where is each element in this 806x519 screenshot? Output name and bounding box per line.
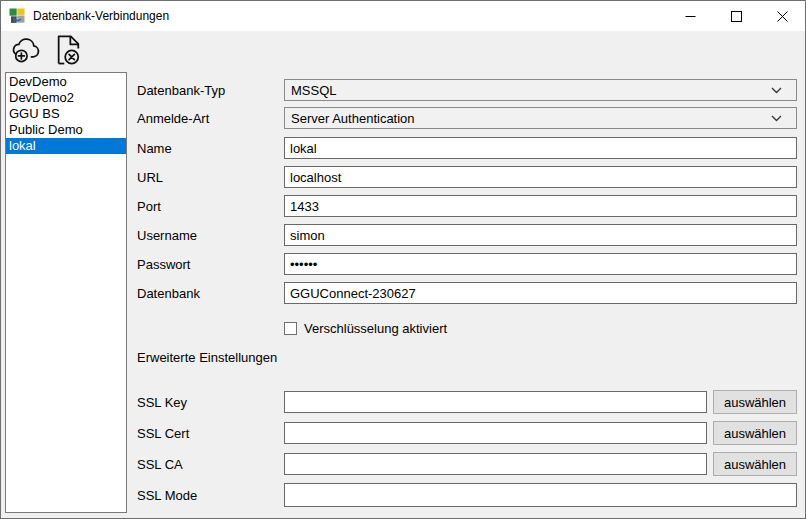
encryption-checkbox[interactable] xyxy=(284,322,297,335)
window-title: Datenbank-Verbindungen xyxy=(33,9,169,23)
encryption-checkbox-label: Verschlüsselung aktiviert xyxy=(304,321,447,336)
datenbank-typ-label: Datenbank-Typ xyxy=(137,83,284,98)
ssl-mode-input[interactable] xyxy=(284,483,797,507)
name-input[interactable] xyxy=(284,137,797,159)
passwort-label: Passwort xyxy=(137,257,284,272)
window-controls xyxy=(667,1,805,31)
list-item-devdemo[interactable]: DevDemo xyxy=(6,74,126,90)
field-row-ssl-key: SSL Key auswählen xyxy=(137,390,797,414)
maximize-button[interactable] xyxy=(713,1,759,31)
list-item-devdemo2[interactable]: DevDemo2 xyxy=(6,90,126,106)
datenbank-label: Datenbank xyxy=(137,286,284,301)
connection-form: Datenbank-Typ MSSQL Anmelde-Art Server A… xyxy=(127,69,805,518)
port-input[interactable] xyxy=(284,195,797,217)
ssl-key-input[interactable] xyxy=(284,391,707,413)
field-row-ssl-cert: SSL Cert auswählen xyxy=(137,421,797,445)
ssl-cert-label: SSL Cert xyxy=(137,426,284,441)
ssl-key-label: SSL Key xyxy=(137,395,284,410)
titlebar: Datenbank-Verbindungen xyxy=(1,1,805,31)
url-input[interactable] xyxy=(284,166,797,188)
field-row-username: Username xyxy=(137,224,797,246)
ssl-mode-label: SSL Mode xyxy=(137,488,284,503)
maximize-icon xyxy=(731,11,742,22)
list-item-lokal[interactable]: lokal xyxy=(6,138,126,154)
add-connection-button[interactable] xyxy=(8,34,42,66)
field-row-passwort: Passwort xyxy=(137,253,797,275)
encryption-row: Verschlüsselung aktiviert xyxy=(137,320,797,336)
list-item-public-demo[interactable]: Public Demo xyxy=(6,122,126,138)
anmelde-art-label: Anmelde-Art xyxy=(137,111,284,126)
passwort-input[interactable] xyxy=(284,253,797,275)
chevron-down-icon xyxy=(771,115,782,122)
name-label: Name xyxy=(137,141,284,156)
advanced-settings-section: Erweiterte Einstellungen xyxy=(137,349,797,365)
field-row-anmelde-art: Anmelde-Art Server Authentication xyxy=(137,107,797,129)
port-label: Port xyxy=(137,199,284,214)
ssl-cert-input[interactable] xyxy=(284,422,707,444)
close-icon xyxy=(777,11,788,22)
field-row-ssl-ca: SSL CA auswählen xyxy=(137,452,797,476)
field-row-name: Name xyxy=(137,137,797,159)
connection-list[interactable]: DevDemo DevDemo2 GGU BS Public Demo loka… xyxy=(5,72,127,513)
advanced-settings-heading: Erweiterte Einstellungen xyxy=(137,350,277,365)
ssl-ca-label: SSL CA xyxy=(137,457,284,472)
url-label: URL xyxy=(137,170,284,185)
minimize-button[interactable] xyxy=(667,1,713,31)
toolbar xyxy=(1,31,805,69)
chevron-down-icon xyxy=(771,87,782,94)
delete-connection-button[interactable] xyxy=(51,34,85,66)
close-button[interactable] xyxy=(759,1,805,31)
anmelde-art-select[interactable]: Server Authentication xyxy=(284,107,797,129)
field-row-port: Port xyxy=(137,195,797,217)
list-item-ggu-bs[interactable]: GGU BS xyxy=(6,106,126,122)
username-label: Username xyxy=(137,228,284,243)
ssl-key-choose-button[interactable]: auswählen xyxy=(713,390,797,414)
file-x-icon xyxy=(54,34,82,66)
field-row-datenbank: Datenbank xyxy=(137,282,797,304)
app-logo-icon xyxy=(9,8,25,24)
username-input[interactable] xyxy=(284,224,797,246)
ssl-cert-choose-button[interactable]: auswählen xyxy=(713,421,797,445)
datenbank-input[interactable] xyxy=(284,282,797,304)
field-row-ssl-mode: SSL Mode xyxy=(137,483,797,507)
ssl-ca-input[interactable] xyxy=(284,453,707,475)
cloud-plus-icon xyxy=(9,35,42,65)
field-row-url: URL xyxy=(137,166,797,188)
minimize-icon xyxy=(685,11,696,22)
database-connections-window: Datenbank-Verbindungen xyxy=(0,0,806,519)
field-row-datenbank-typ: Datenbank-Typ MSSQL xyxy=(137,79,797,101)
ssl-ca-choose-button[interactable]: auswählen xyxy=(713,452,797,476)
content-area: DevDemo DevDemo2 GGU BS Public Demo loka… xyxy=(1,69,805,518)
datenbank-typ-select[interactable]: MSSQL xyxy=(284,79,797,101)
anmelde-art-value: Server Authentication xyxy=(291,111,771,126)
datenbank-typ-value: MSSQL xyxy=(291,83,771,98)
